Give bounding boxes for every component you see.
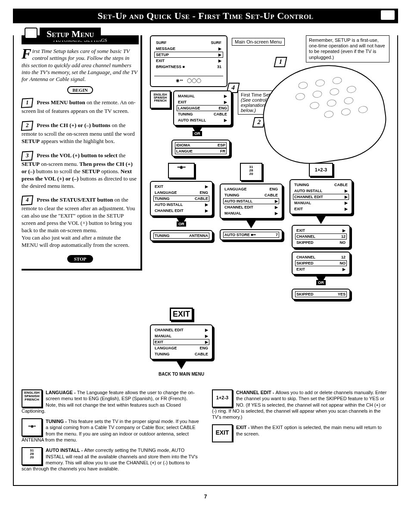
main-content: Setup Menu Automatic Settings First Time… bbox=[13, 35, 398, 486]
language-menu: MANUAL▶ EXIT▶ LANGUAGEENG TUNINGCABLE AU… bbox=[173, 90, 232, 126]
intro-paragraph: First Time Setup takes care of some basi… bbox=[22, 48, 139, 83]
or-label: OR bbox=[193, 131, 202, 136]
def-language: ENGLISHSPANISHFRENCH LANGUAGE - The Lang… bbox=[22, 389, 199, 414]
channel-edit-column: 1+2-3 TUNINGCABLE AUTO INSTALL▶ CHANNEL … bbox=[290, 163, 352, 300]
setup-menu-title: Setup Menu bbox=[40, 28, 101, 40]
intro-dropcap: F bbox=[22, 48, 32, 60]
skipped-yes-row: SKIPPEDYES bbox=[292, 289, 350, 300]
step-3: 3 Press the VOL (+) button to select the… bbox=[22, 151, 139, 190]
step-2: 2 Press the CH (+) or (–) buttons on the… bbox=[22, 121, 139, 145]
page-header: Set-Up and Quick Use - First Time Set-Up… bbox=[13, 9, 398, 23]
instructions-column: Automatic Settings First Time Setup take… bbox=[22, 35, 142, 376]
diagram-column: Remember, SETUP is a first-use, one-time… bbox=[150, 35, 389, 376]
exit-icon: EXIT bbox=[170, 308, 193, 321]
main-menu-label: Main On-screen Menu bbox=[232, 38, 285, 46]
exit-column: EXIT CHANNEL EDIT▶ MANUAL▶ EXIT▶ LANGUAG… bbox=[150, 308, 213, 376]
def-exit: EXIT EXIT - When the EXIT option is sele… bbox=[212, 424, 389, 442]
channel-edit-def-icon: 1+2-3 bbox=[212, 389, 233, 408]
back-to-main-label: BACK TO MAIN MENU bbox=[159, 372, 204, 376]
channel-edit-icon: 1+2-3 bbox=[309, 163, 333, 177]
auto-install-menu: LANGUAGEENG TUNINGCABLE AUTO INSTALL▶ CH… bbox=[220, 184, 283, 219]
step-4-number: 4 bbox=[21, 196, 34, 206]
stop-pill: STOP bbox=[67, 255, 93, 263]
auto-install-column: 312820 LANGUAGEENG TUNINGCABLE AUTO INST… bbox=[220, 163, 283, 240]
tuning-def-icon: ━◉━ bbox=[22, 418, 42, 436]
step-4: 4 Press the STATUS/EXIT button on the re… bbox=[22, 196, 139, 249]
def-tuning: ━◉━ TUNING - This feature sets the TV in… bbox=[22, 418, 199, 443]
step-3-number: 3 bbox=[21, 151, 34, 161]
step-1: 1 Press MENU button on the remote. An on… bbox=[22, 98, 139, 115]
tv-screen-main: SURFSURF MESSAGE▶ SETUP▶ EXIT▶ BRIGHTNES… bbox=[150, 35, 227, 87]
auto-install-icon: 312820 bbox=[240, 163, 262, 181]
def-auto-install: 312820 AUTO INSTALL - After correctly se… bbox=[22, 447, 199, 472]
header-remote-icon bbox=[381, 10, 395, 20]
channel-sub1: EXIT▶ CHANNEL12 SKIPPEDNO bbox=[292, 225, 350, 248]
step-2-number: 2 bbox=[21, 121, 34, 131]
page-number: 7 bbox=[13, 494, 398, 500]
channel-sub2: CHANNEL12 SKIPPEDNO EXIT▶ bbox=[292, 252, 350, 275]
tuning-column: ━◉━ EXIT▶ LANGUAGEENG TUNINGCABLE AUTO I… bbox=[150, 163, 213, 241]
setup-note: Remember, SETUP is a first-use, one-time… bbox=[306, 35, 389, 62]
exit-def-icon: EXIT bbox=[212, 424, 233, 442]
channel-edit-menu: TUNINGCABLE AUTO INSTALL▶ CHANNEL EDIT▶ … bbox=[290, 179, 352, 215]
idioma-langue: IDIOMAESP LANGUEFR bbox=[171, 140, 230, 157]
language-icon: ENGLISHSPANISHFRENCH bbox=[150, 90, 171, 109]
header-title: Set-Up and Quick Use - First Time Set-Up… bbox=[97, 10, 313, 21]
exit-menu: CHANNEL EDIT▶ MANUAL▶ EXIT▶ LANGUAGEENG … bbox=[150, 324, 213, 360]
def-channel-edit: 1+2-3 CHANNEL EDIT - Allows you to add o… bbox=[212, 389, 389, 420]
definitions-section: ENGLISHSPANISHFRENCH LANGUAGE - The Lang… bbox=[22, 389, 389, 476]
tuning-antenna-row: TUNINGANTENNA bbox=[150, 230, 213, 241]
begin-pill: BEGIN bbox=[67, 86, 93, 94]
title-box-icon bbox=[25, 28, 37, 39]
step-1-number: 1 bbox=[21, 98, 34, 108]
tuning-menu: EXIT▶ LANGUAGEENG TUNINGCABLE AUTO INSTA… bbox=[150, 181, 213, 216]
auto-store-row: AUTO STORE ■━7 bbox=[220, 229, 283, 240]
tuning-icon: ━◉━ bbox=[168, 163, 195, 178]
language-def-icon: ENGLISHSPANISHFRENCH bbox=[22, 389, 42, 408]
auto-install-def-icon: 312820 bbox=[22, 447, 42, 465]
